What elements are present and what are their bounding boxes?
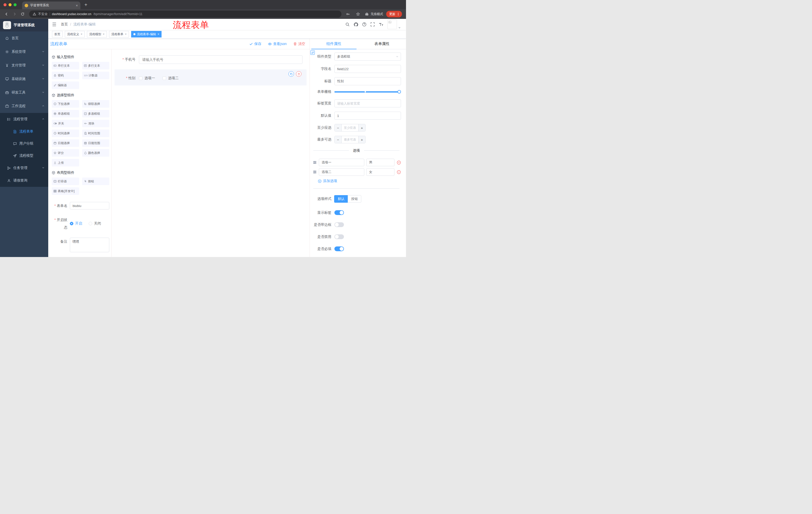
max-select-input[interactable] [342,136,358,143]
form-canvas[interactable]: 手机号 [112,49,310,257]
update-button[interactable]: 更新 [386,11,402,17]
logo[interactable]: 芋道管理系统 [0,19,48,31]
view-json-button[interactable]: 查看json [268,42,287,46]
sidebar-item-process-form[interactable]: 流程表单 [0,126,48,138]
address-bar[interactable]: 不安全 dashboard.yudao.iocoder.cn /bpm/mana… [29,10,342,18]
component-chip-button[interactable]: 按钮 [82,178,110,185]
border-toggle[interactable] [335,222,344,227]
disabled-toggle[interactable] [335,234,344,239]
clear-button[interactable]: 清空 [293,42,305,46]
component-chip-switch[interactable]: 开关 [52,120,79,127]
forward-icon[interactable] [11,10,18,18]
style-default-button[interactable]: 默认 [335,195,348,203]
component-chip-textarea[interactable]: 多行文本 [82,62,110,70]
phone-input[interactable] [139,55,302,64]
key-icon[interactable] [344,10,351,18]
gender-option-2-checkbox[interactable]: 选项二 [163,76,179,80]
window-zoom-button[interactable] [13,3,17,6]
label-width-input[interactable] [335,99,401,107]
component-chip-time-range[interactable]: 时间范围 [82,130,110,137]
option-1-value-input[interactable] [366,159,395,166]
tag-close-icon[interactable]: × [103,33,105,36]
save-button[interactable]: 保存 [249,42,261,46]
sidebar-item-system[interactable]: 系统管理 [0,45,48,59]
component-chip-upload[interactable]: 上传 [52,159,79,166]
increase-button[interactable]: + [358,124,365,131]
remove-option-button[interactable] [397,170,401,174]
new-tab-button[interactable]: + [84,2,87,7]
component-chip-editor[interactable]: 编辑器 [52,81,79,89]
browser-tab[interactable]: 芋道管理系统 × [22,1,80,9]
status-on-radio[interactable]: 开启 [70,221,82,226]
field-name-input[interactable] [335,65,401,73]
window-minimize-button[interactable] [8,3,11,6]
sidebar-item-infra[interactable]: 基础设施 [0,72,48,86]
grid-slider[interactable] [335,91,399,92]
form-name-input[interactable] [70,202,109,210]
show-label-toggle[interactable] [335,210,344,215]
component-chip-rate[interactable]: 评分 [52,149,79,157]
title-input[interactable] [335,77,401,85]
tag-process-form-edit[interactable]: 流程表单-编辑 × [131,31,162,37]
tab-close-icon[interactable]: × [76,4,78,7]
sidebar-item-devtools[interactable]: 研发工具 [0,86,48,99]
canvas-item-phone[interactable]: 手机号 [115,53,307,66]
drag-handle-icon[interactable] [313,170,317,174]
sidebar-item-leave-query[interactable]: 请假查询 [0,174,48,187]
bookmark-star-icon[interactable] [354,10,361,18]
slider-handle[interactable] [398,90,401,93]
remove-option-button[interactable] [397,160,401,165]
sidebar-item-task-mgmt[interactable]: 任务管理 [0,162,48,174]
component-chip-slider[interactable]: 滑块 [82,120,110,127]
github-icon[interactable] [353,22,358,27]
component-chip-select[interactable]: 下拉选择 [52,100,79,108]
tag-close-icon[interactable]: × [157,33,159,36]
component-chip-date-picker[interactable]: 日期选择 [52,139,79,147]
option-1-label-input[interactable] [319,159,364,166]
component-chip-cascader[interactable]: 级联选择 [82,100,110,108]
component-chip-single-line-text[interactable]: 单行文本 [52,62,79,70]
sidebar-item-process-mgmt[interactable]: 流程管理 [0,113,48,126]
tag-close-icon[interactable]: × [81,33,82,36]
drag-handle-icon[interactable] [313,160,317,164]
tag-process-definition[interactable]: 流程定义 × [65,31,85,37]
tag-process-model[interactable]: 流程模型 × [87,31,107,37]
component-chip-counter[interactable]: 123 计数器 [82,72,110,79]
component-chip-row-container[interactable]: 行容器 [52,178,79,185]
sidebar-item-workflow[interactable]: 工作流程 [0,99,48,113]
copy-item-button[interactable] [288,71,294,77]
help-icon[interactable] [362,22,367,27]
tag-home[interactable]: 首页 [52,31,63,37]
add-option-button[interactable]: 添加选项 [318,179,337,183]
sidebar-item-home[interactable]: 首页 [0,31,48,45]
user-menu[interactable] [387,20,401,29]
sidebar-fold-icon[interactable] [52,22,57,27]
option-2-label-input[interactable] [319,168,364,176]
tag-close-icon[interactable]: × [125,33,127,36]
fullscreen-icon[interactable] [370,22,375,27]
delete-item-button[interactable] [296,71,301,77]
component-chip-radio-group[interactable]: 单选框组 [52,110,79,117]
component-type-select[interactable]: 多选框组 [335,53,401,61]
tab-form-props[interactable]: 表单属性 [358,39,406,49]
option-2-value-input[interactable] [366,168,395,176]
component-chip-time-picker[interactable]: 时间选择 [52,130,79,137]
tag-process-form[interactable]: 流程表单 × [109,31,129,37]
increase-button[interactable]: + [358,136,365,143]
min-select-input[interactable] [342,124,358,131]
component-chip-table[interactable]: 表格[开发中] [52,187,79,195]
style-button-button[interactable]: 按钮 [348,195,361,203]
back-icon[interactable] [3,10,10,18]
sidebar-item-process-model[interactable]: 流程模型 [0,150,48,162]
reload-icon[interactable] [19,10,26,18]
component-chip-date-range[interactable]: 日期范围 [82,139,110,147]
component-chip-password[interactable]: 密码 [52,72,79,79]
form-remark-textarea[interactable]: 嘿嘿 [70,238,109,252]
sidebar-item-payment[interactable]: 支付管理 [0,59,48,72]
font-size-icon[interactable] [379,22,384,27]
breadcrumb-home[interactable]: 首页 [61,22,68,27]
search-icon[interactable] [345,22,350,27]
gender-option-1-checkbox[interactable]: 选项一 [139,76,155,80]
component-chip-checkbox-group[interactable]: 多选框组 [82,110,110,117]
tab-component-props[interactable]: 组件属性 [310,39,358,49]
